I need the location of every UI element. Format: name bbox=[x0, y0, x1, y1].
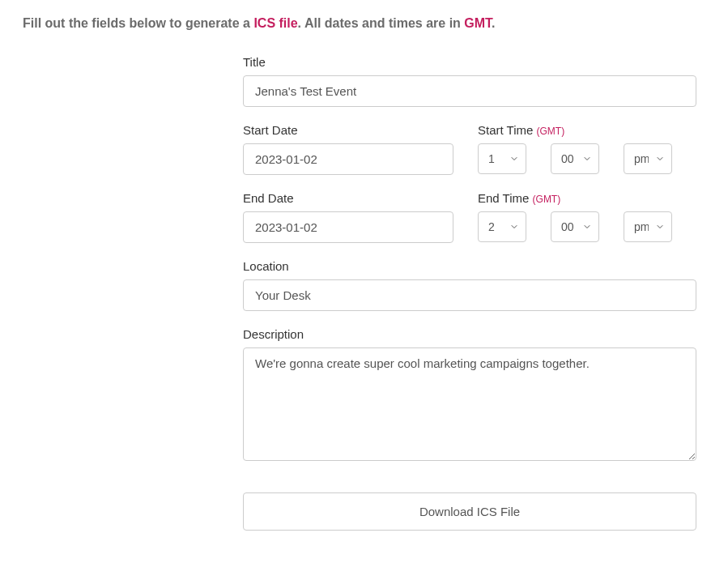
title-input[interactable] bbox=[243, 75, 696, 107]
start-date-label: Start Date bbox=[243, 123, 453, 137]
description-group: Description bbox=[243, 327, 696, 464]
end-ampm-select[interactable]: pm bbox=[624, 211, 672, 242]
intro-text: Fill out the fields below to generate a … bbox=[16, 16, 712, 31]
end-minute-select[interactable]: 00 bbox=[551, 211, 599, 242]
start-date-input[interactable] bbox=[243, 143, 453, 175]
end-time-gmt: (GMT) bbox=[533, 194, 561, 205]
start-time-gmt: (GMT) bbox=[537, 126, 565, 137]
location-group: Location bbox=[243, 259, 696, 311]
end-time-group: End Time (GMT) 2 00 pm bbox=[478, 191, 696, 243]
end-hour-select[interactable]: 2 bbox=[478, 211, 526, 242]
form-container: Title Start Date Start Time (GMT) 1 00 p… bbox=[243, 55, 696, 531]
end-date-input[interactable] bbox=[243, 211, 453, 243]
title-label: Title bbox=[243, 55, 696, 69]
end-time-label-text: End Time bbox=[478, 191, 529, 205]
start-minute-select[interactable]: 00 bbox=[551, 143, 599, 174]
download-button[interactable]: Download ICS File bbox=[243, 492, 696, 531]
end-date-group: End Date bbox=[243, 191, 453, 243]
intro-highlight-gmt: GMT bbox=[464, 16, 492, 30]
intro-highlight-ics: ICS file bbox=[253, 16, 297, 30]
intro-part2: . All dates and times are in bbox=[298, 16, 465, 30]
location-label: Location bbox=[243, 259, 696, 273]
intro-part3: . bbox=[492, 16, 495, 30]
start-time-group: Start Time (GMT) 1 00 pm bbox=[478, 123, 696, 175]
start-time-label: Start Time (GMT) bbox=[478, 123, 696, 137]
start-date-group: Start Date bbox=[243, 123, 453, 175]
start-time-label-text: Start Time bbox=[478, 123, 533, 137]
title-group: Title bbox=[243, 55, 696, 107]
end-time-label: End Time (GMT) bbox=[478, 191, 696, 205]
location-input[interactable] bbox=[243, 279, 696, 311]
start-time-selects: 1 00 pm bbox=[478, 143, 696, 174]
intro-part1: Fill out the fields below to generate a bbox=[23, 16, 253, 30]
description-textarea[interactable] bbox=[243, 347, 696, 461]
end-row: End Date End Time (GMT) 2 00 pm bbox=[243, 191, 696, 243]
start-row: Start Date Start Time (GMT) 1 00 pm bbox=[243, 123, 696, 175]
start-hour-select[interactable]: 1 bbox=[478, 143, 526, 174]
description-label: Description bbox=[243, 327, 696, 341]
start-ampm-select[interactable]: pm bbox=[624, 143, 672, 174]
end-time-selects: 2 00 pm bbox=[478, 211, 696, 242]
end-date-label: End Date bbox=[243, 191, 453, 205]
